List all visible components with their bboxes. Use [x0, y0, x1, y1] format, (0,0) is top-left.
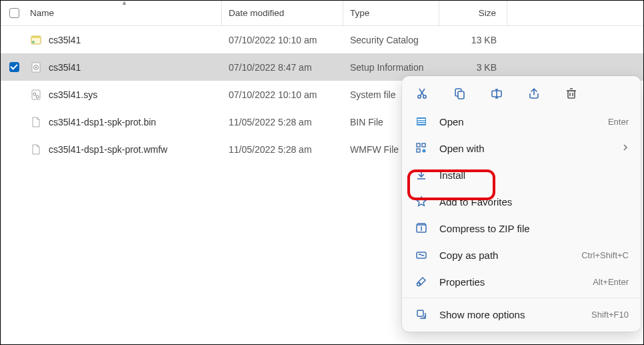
- file-type: Setup Information: [350, 62, 424, 73]
- menu-add-favorites-label: Add to Favorites: [439, 196, 629, 208]
- menu-install[interactable]: Install: [402, 161, 641, 188]
- security-catalog-icon: [30, 33, 42, 47]
- svg-point-2: [32, 41, 35, 43]
- column-header-date-label: Date modified: [229, 8, 284, 18]
- svg-rect-30: [417, 149, 420, 152]
- file-type: System file: [350, 89, 395, 100]
- menu-show-more-label: Show more options: [439, 309, 591, 320]
- svg-rect-1: [31, 36, 41, 38]
- file-type: WMFW File: [350, 144, 399, 155]
- menu-show-more-shortcut: Shift+F10: [591, 310, 629, 320]
- setup-information-icon: [30, 61, 42, 74]
- menu-open-with-label: Open with: [439, 143, 622, 154]
- menu-install-label: Install: [439, 169, 629, 181]
- file-name: cs35l41: [49, 35, 81, 45]
- column-header-date[interactable]: Date modified: [222, 1, 343, 25]
- copy-button[interactable]: [451, 85, 467, 101]
- context-menu-quick-actions: [402, 81, 641, 108]
- file-type: Security Catalog: [350, 35, 419, 45]
- svg-rect-38: [417, 310, 423, 316]
- menu-copy-path-shortcut: Ctrl+Shift+C: [581, 250, 629, 260]
- row-checkbox[interactable]: [9, 62, 19, 72]
- menu-compress-zip[interactable]: Compress to ZIP file: [402, 215, 641, 242]
- delete-button[interactable]: [563, 85, 579, 101]
- menu-open-label: Open: [439, 116, 608, 127]
- svg-point-10: [423, 95, 426, 98]
- star-icon: [414, 194, 429, 209]
- share-button[interactable]: [526, 85, 542, 101]
- generic-file-icon: [30, 143, 42, 156]
- svg-point-9: [418, 95, 421, 98]
- chevron-right-icon: [622, 143, 629, 153]
- select-all-cell[interactable]: [1, 8, 27, 18]
- svg-rect-26: [417, 121, 425, 122]
- column-header-type-label: Type: [350, 8, 369, 18]
- menu-properties-shortcut: Alt+Enter: [593, 277, 629, 287]
- file-name: cs35l41-dsp1-spk-prot.wmfw: [49, 144, 167, 155]
- file-row[interactable]: cs35l41 07/10/2022 10:10 am Security Cat…: [1, 26, 643, 53]
- file-date: 07/10/2022 10:10 am: [229, 35, 317, 45]
- select-all-checkbox[interactable]: [9, 8, 19, 18]
- column-header-size[interactable]: Size: [439, 1, 507, 25]
- svg-point-5: [35, 66, 37, 67]
- menu-properties-label: Properties: [439, 276, 593, 288]
- properties-icon: [414, 274, 429, 289]
- show-more-icon: [414, 307, 429, 322]
- file-date: 11/05/2022 5:28 am: [229, 117, 312, 127]
- file-date: 07/10/2022 8:47 am: [229, 62, 312, 73]
- menu-open-shortcut: Enter: [608, 117, 629, 127]
- menu-compress-zip-label: Compress to ZIP file: [439, 223, 629, 234]
- system-file-icon: [30, 88, 42, 101]
- install-icon: [414, 167, 429, 182]
- svg-rect-28: [417, 143, 420, 147]
- column-header-name[interactable]: ▲ Name: [27, 1, 222, 25]
- menu-separator: [402, 298, 641, 298]
- svg-rect-25: [417, 119, 425, 120]
- file-size: 3 KB: [477, 62, 497, 73]
- column-header-size-label: Size: [479, 8, 496, 18]
- column-header-type[interactable]: Type: [343, 1, 439, 25]
- svg-rect-19: [568, 91, 575, 98]
- context-menu: Open Enter Open with Install Add to Favo…: [402, 76, 641, 332]
- file-date: 11/05/2022 5:28 am: [229, 144, 312, 155]
- file-name: cs35l41: [49, 62, 81, 73]
- svg-rect-29: [422, 143, 425, 147]
- file-name: cs35l41-dsp1-spk-prot.bin: [49, 117, 156, 127]
- zip-icon: [414, 221, 429, 236]
- menu-open-with[interactable]: Open with: [402, 135, 641, 161]
- rename-button[interactable]: [489, 85, 505, 101]
- svg-point-31: [423, 149, 426, 153]
- svg-rect-14: [458, 91, 464, 99]
- open-icon: [414, 114, 429, 129]
- menu-copy-path-label: Copy as path: [439, 250, 581, 261]
- sort-indicator-icon: ▲: [121, 0, 127, 6]
- copy-path-icon: [414, 248, 429, 262]
- column-header-name-label: Name: [30, 8, 54, 18]
- column-header-row: ▲ Name Date modified Type Size: [1, 1, 643, 26]
- file-type: BIN File: [350, 117, 383, 127]
- menu-add-favorites[interactable]: Add to Favorites: [402, 188, 641, 215]
- cut-button[interactable]: [414, 85, 430, 101]
- file-size: 13 KB: [471, 35, 497, 45]
- file-name: cs35l41.sys: [49, 89, 97, 100]
- open-with-icon: [414, 141, 429, 155]
- menu-copy-path[interactable]: Copy as path Ctrl+Shift+C: [402, 242, 641, 268]
- menu-properties[interactable]: Properties Alt+Enter: [402, 268, 641, 295]
- menu-open[interactable]: Open Enter: [402, 108, 641, 135]
- file-date: 07/10/2022 10:10 am: [229, 89, 317, 100]
- menu-show-more[interactable]: Show more options Shift+F10: [402, 301, 641, 328]
- generic-file-icon: [30, 115, 42, 129]
- svg-rect-27: [417, 123, 425, 124]
